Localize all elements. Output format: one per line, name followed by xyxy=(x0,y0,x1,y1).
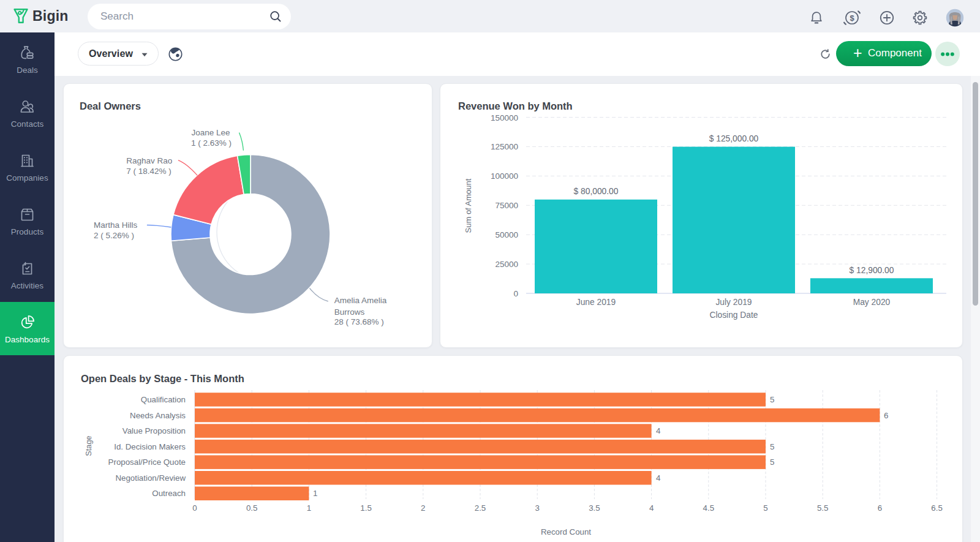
svg-text:5: 5 xyxy=(770,395,774,404)
svg-text:50000: 50000 xyxy=(495,230,518,239)
svg-text:Martha Hills: Martha Hills xyxy=(94,220,138,230)
svg-text:100000: 100000 xyxy=(491,171,518,181)
svg-text:5: 5 xyxy=(770,442,774,451)
svg-text:Proposal/Price Quote: Proposal/Price Quote xyxy=(108,457,186,467)
svg-text:$ 12,900.00: $ 12,900.00 xyxy=(850,266,894,275)
svg-text:Sum of Amount: Sum of Amount xyxy=(464,178,473,233)
svg-text:5: 5 xyxy=(763,503,767,513)
svg-text:1: 1 xyxy=(313,489,317,498)
svg-text:Record Count: Record Count xyxy=(541,527,591,536)
svg-text:7 ( 18.42% ): 7 ( 18.42% ) xyxy=(126,167,172,176)
svg-text:June 2019: June 2019 xyxy=(576,298,616,307)
svg-text:0: 0 xyxy=(192,503,197,513)
svg-text:Closing Date: Closing Date xyxy=(710,311,758,320)
svg-text:28 ( 73.68% ): 28 ( 73.68% ) xyxy=(334,317,384,326)
svg-text:$ 125,000.00: $ 125,000.00 xyxy=(709,134,759,143)
svg-text:6: 6 xyxy=(878,503,882,513)
svg-text:Joane Lee: Joane Lee xyxy=(191,128,230,137)
svg-text:Burrows: Burrows xyxy=(334,307,365,317)
svg-text:0.5: 0.5 xyxy=(246,503,258,513)
svg-text:Qualification: Qualification xyxy=(141,395,186,404)
svg-text:25000: 25000 xyxy=(495,260,518,269)
svg-text:4: 4 xyxy=(656,426,660,435)
svg-text:Value Proposition: Value Proposition xyxy=(123,426,186,435)
svg-text:$: $ xyxy=(850,13,854,23)
svg-text:125000: 125000 xyxy=(491,142,518,151)
svg-text:May 2020: May 2020 xyxy=(853,298,891,307)
svg-text:July 2019: July 2019 xyxy=(715,298,752,307)
svg-text:4: 4 xyxy=(656,473,660,483)
svg-text:Amelia Amelia: Amelia Amelia xyxy=(334,296,387,305)
svg-text:Id. Decision Makers: Id. Decision Makers xyxy=(114,442,186,451)
svg-text:2: 2 xyxy=(421,503,425,513)
svg-text:4.5: 4.5 xyxy=(703,503,715,513)
svg-text:2.5: 2.5 xyxy=(475,503,486,513)
svg-text:Needs Analysis: Needs Analysis xyxy=(130,411,186,420)
svg-text:75000: 75000 xyxy=(495,201,518,210)
svg-text:6.5: 6.5 xyxy=(931,503,943,513)
svg-text:Outreach: Outreach xyxy=(152,489,186,498)
svg-text:5: 5 xyxy=(770,457,774,467)
svg-text:Negotiation/Review: Negotiation/Review xyxy=(115,473,186,483)
svg-text:Stage: Stage xyxy=(84,435,93,456)
svg-text:0: 0 xyxy=(513,289,518,298)
svg-text:6: 6 xyxy=(884,411,888,420)
svg-text:5.5: 5.5 xyxy=(817,503,829,513)
svg-text:4: 4 xyxy=(649,503,654,513)
svg-text:3: 3 xyxy=(535,503,539,513)
svg-text:$ 80,000.00: $ 80,000.00 xyxy=(574,187,619,196)
svg-text:3.5: 3.5 xyxy=(589,503,600,513)
svg-text:Raghav Rao: Raghav Rao xyxy=(126,156,172,165)
svg-text:1.5: 1.5 xyxy=(360,503,372,513)
svg-text:150000: 150000 xyxy=(491,113,518,122)
svg-text:1 ( 2.63% ): 1 ( 2.63% ) xyxy=(191,138,232,148)
svg-text:2 ( 5.26% ): 2 ( 5.26% ) xyxy=(94,231,134,240)
svg-text:1: 1 xyxy=(307,503,311,513)
